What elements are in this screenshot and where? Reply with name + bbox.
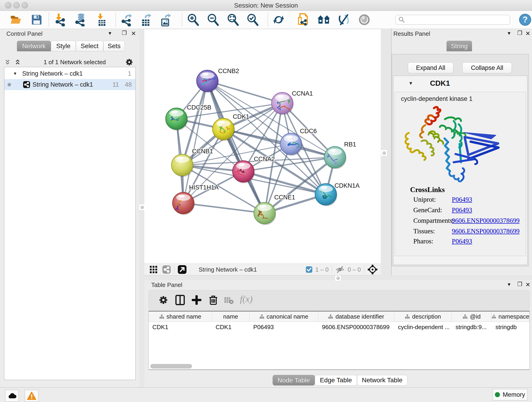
zoom-fit-icon[interactable]	[226, 13, 240, 26]
crosslink-label: GeneCard:	[413, 206, 442, 214]
results-panel-close-icon[interactable]: ✕	[525, 30, 530, 37]
warning-button[interactable]	[25, 390, 38, 402]
table-cell[interactable]: cyclin-dependent ...	[394, 322, 452, 332]
collection-expand-icon[interactable]: ▼	[13, 71, 17, 76]
table-add-icon[interactable]	[192, 295, 201, 305]
import-network-database-icon[interactable]	[74, 13, 88, 26]
tab-sets[interactable]: Sets	[103, 41, 125, 51]
open-session-icon[interactable]	[9, 13, 23, 26]
node-CCNB1[interactable]	[171, 154, 194, 177]
string-home-icon[interactable]	[317, 13, 331, 26]
crosslink-link[interactable]: P06493	[452, 206, 472, 214]
table-delete-icon[interactable]	[209, 295, 218, 305]
table-panel-close-icon[interactable]: ✕	[525, 281, 530, 288]
import-network-file-icon[interactable]	[54, 13, 67, 26]
search-input[interactable]	[405, 16, 510, 23]
tab-style[interactable]: Style	[51, 41, 76, 51]
control-panel-float-icon[interactable]: ❐	[122, 30, 127, 36]
crosslink-link[interactable]: P06493	[452, 237, 472, 245]
export-table-icon[interactable]	[139, 13, 153, 26]
column-header--id[interactable]: @id	[452, 312, 492, 322]
table-cell[interactable]: stringdb	[492, 322, 530, 332]
network-row-label: String Network – cdk1	[32, 81, 93, 88]
table-columns-icon[interactable]	[175, 295, 185, 305]
tab-network-table[interactable]: Network Table	[357, 375, 407, 385]
tab-network[interactable]: Network	[17, 41, 51, 51]
table-horizontal-scrollbar[interactable]	[150, 364, 192, 369]
table-cell[interactable]: P06493	[249, 322, 318, 332]
save-session-icon[interactable]	[30, 13, 44, 26]
tab-string[interactable]: String	[447, 41, 472, 51]
zoom-selected-icon[interactable]	[246, 13, 259, 26]
crosslink-link[interactable]: 9606.ENSP00000378699	[452, 227, 520, 235]
table-gear-icon[interactable]	[158, 295, 168, 305]
right-splitter-handle[interactable]	[381, 150, 387, 156]
cloud-button[interactable]	[5, 390, 19, 402]
collapse-all-icon[interactable]	[4, 59, 11, 65]
column-header-name[interactable]: name	[212, 312, 249, 322]
expand-all-icon[interactable]	[14, 59, 21, 65]
network-row-selected[interactable]: String Network – cdk1 11 48	[4, 79, 135, 90]
string-orb-icon[interactable]	[357, 13, 371, 26]
table-delete-table-icon[interactable]	[224, 296, 234, 305]
fit-selected-crosshair-icon[interactable]	[367, 264, 378, 274]
node-CDC6[interactable]	[280, 133, 302, 156]
table-cell[interactable]: CDK1	[212, 322, 249, 332]
network-share-icon[interactable]	[162, 265, 171, 274]
column-header-database-identifier[interactable]: database identifier	[318, 312, 394, 322]
node-CDKN1A[interactable]	[315, 184, 337, 206]
tab-select[interactable]: Select	[76, 41, 103, 51]
zoom-in-icon[interactable]	[186, 13, 200, 26]
zoom-out-icon[interactable]	[206, 13, 220, 26]
string-import-icon[interactable]	[297, 13, 310, 26]
search-box[interactable]	[395, 15, 510, 25]
crosslink-link[interactable]: P06493	[452, 196, 472, 203]
expand-all-button[interactable]: Expand All	[408, 62, 453, 73]
help-icon[interactable]: ?	[518, 13, 532, 26]
export-network-icon[interactable]	[120, 13, 134, 26]
network-collection-row[interactable]: ▼ String Network – cdk1 1	[4, 68, 135, 79]
node-CDK1[interactable]	[213, 118, 235, 141]
node-CCNE1[interactable]	[254, 202, 276, 225]
network-canvas[interactable]: CCNB2CCNA1CDC25BCDK1CDC6RB1CCNB1CCNA2CDK…	[144, 29, 381, 264]
control-panel-close-icon[interactable]: ✕	[131, 30, 136, 37]
selected-checkbox-icon[interactable]	[306, 266, 312, 273]
tab-edge-table[interactable]: Edge Table	[315, 375, 357, 385]
memory-button[interactable]: Memory	[493, 389, 527, 400]
node-CCNA1[interactable]	[272, 92, 294, 115]
table-function-icon[interactable]: f(x)	[240, 294, 253, 304]
table-cell[interactable]: stringdb:9...	[452, 322, 492, 332]
node-CCNA2[interactable]	[233, 161, 255, 183]
network-graph[interactable]: CCNB2CCNA1CDC25BCDK1CDC6RB1CCNB1CCNA2CDK…	[144, 29, 381, 264]
protein-header[interactable]: ▼ CDK1	[393, 76, 527, 90]
edge-CCNE1-HIST1H1A[interactable]	[183, 203, 265, 213]
refresh-layout-icon[interactable]	[272, 13, 285, 26]
table-panel-float-icon[interactable]: ❐	[517, 281, 522, 287]
table-panel-menu-icon[interactable]: ▼	[507, 282, 511, 287]
import-table-icon[interactable]	[95, 13, 109, 26]
gear-icon[interactable]	[125, 58, 133, 66]
crosslink-label: Pharos:	[413, 237, 433, 245]
edge-CDK1-RB1[interactable]	[223, 129, 335, 157]
control-panel-menu-icon[interactable]: ▼	[108, 31, 112, 36]
column-header-canonical-name[interactable]: canonical name	[249, 312, 318, 322]
table-cell[interactable]: 9606.ENSP00000378699	[318, 322, 394, 332]
tab-node-table[interactable]: Node Table	[273, 375, 315, 385]
string-glass-toggle-icon[interactable]	[337, 13, 351, 26]
results-panel-menu-icon[interactable]: ▼	[507, 31, 511, 36]
open-external-icon[interactable]	[177, 265, 187, 274]
table-cell[interactable]: CDK1	[149, 322, 212, 332]
results-panel-float-icon[interactable]: ❐	[517, 30, 522, 36]
column-header-description[interactable]: description	[394, 312, 452, 322]
export-image-icon[interactable]	[159, 13, 173, 26]
node-HIST1H1A[interactable]	[172, 192, 195, 215]
crosslink-link[interactable]: 9606.ENSP00000378699	[452, 217, 520, 224]
protein-collapse-icon[interactable]: ▼	[409, 81, 413, 86]
table-row[interactable]: CDK1CDK1P064939606.ENSP00000378699cyclin…	[149, 322, 530, 332]
column-header-shared-name[interactable]: shared name	[149, 312, 212, 322]
birdseye-grid-icon[interactable]	[149, 265, 158, 274]
column-header-namespace[interactable]: namespace	[492, 312, 530, 322]
node-RB1[interactable]	[324, 147, 346, 169]
collapse-all-button[interactable]: Collapse All	[462, 62, 512, 73]
node-CDC25B[interactable]	[166, 108, 188, 131]
